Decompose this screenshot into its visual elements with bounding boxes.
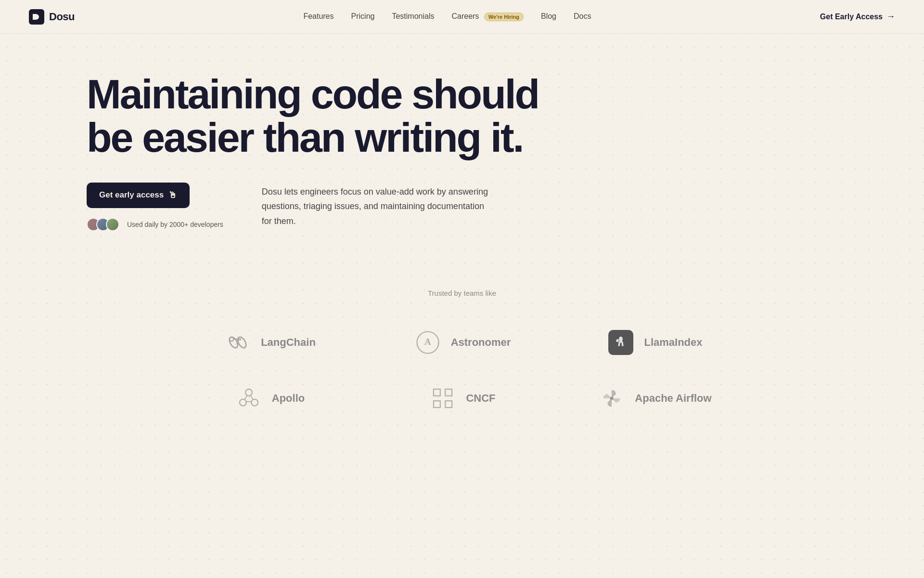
hero-section: Maintaining code should be easier than w…	[0, 34, 626, 260]
nav-item-pricing[interactable]: Pricing	[351, 12, 375, 21]
nav-link-blog[interactable]: Blog	[541, 12, 556, 20]
svg-point-10	[240, 399, 246, 406]
logo-item-cncf: CNCF	[366, 376, 558, 420]
svg-line-15	[250, 395, 253, 400]
svg-rect-18	[434, 401, 440, 407]
logos-grid: LangChain A Astronomer	[173, 320, 751, 420]
social-proof: Used daily by 2000+ developers	[87, 218, 223, 231]
dosu-logo-icon	[29, 9, 44, 25]
avatar-3	[106, 218, 119, 231]
hero-bottom: Get early access 🖱 Used daily by 2000+ d…	[87, 183, 597, 231]
trusted-label: Trusted by teams like	[29, 289, 895, 297]
nav-cta-label: Get Early Access	[820, 13, 883, 21]
langchain-icon-wrap	[223, 328, 252, 357]
svg-rect-16	[434, 389, 440, 396]
svg-rect-17	[446, 389, 452, 396]
astronomer-name: Astronomer	[451, 336, 511, 349]
svg-text:A: A	[424, 337, 431, 347]
nav-item-features[interactable]: Features	[303, 12, 334, 21]
airflow-icon-wrap	[597, 384, 626, 413]
cncf-icon	[430, 386, 455, 411]
nav-item-testimonials[interactable]: Testimonials	[392, 12, 434, 21]
llamaindex-icon-wrap	[606, 328, 635, 357]
logo-item-apollo: Apollo	[173, 376, 366, 420]
svg-point-9	[619, 336, 623, 341]
svg-point-11	[251, 399, 258, 406]
nav-link-features[interactable]: Features	[303, 12, 334, 20]
nav-item-careers[interactable]: Careers We're Hiring	[451, 12, 524, 21]
svg-point-12	[245, 389, 252, 396]
cursor-icon: 🖱	[168, 190, 177, 200]
astronomer-icon-wrap: A	[413, 328, 442, 357]
llamaindex-name: LlamaIndex	[644, 336, 702, 349]
logo-item-astronomer: A Astronomer	[366, 320, 558, 365]
llamaindex-icon	[608, 330, 633, 355]
svg-rect-19	[446, 401, 452, 407]
cta-button-label: Get early access	[99, 190, 164, 200]
logo-item-llamaindex: LlamaIndex	[558, 320, 751, 365]
nav-link-pricing[interactable]: Pricing	[351, 12, 375, 20]
nav-link-testimonials[interactable]: Testimonials	[392, 12, 434, 20]
apollo-icon	[236, 386, 261, 411]
apollo-icon-wrap	[234, 384, 263, 413]
logo-item-airflow: Apache Airflow	[558, 376, 751, 420]
brand-name: Dosu	[49, 11, 75, 23]
social-proof-text: Used daily by 2000+ developers	[127, 221, 223, 228]
nav-item-docs[interactable]: Docs	[574, 12, 591, 21]
cncf-name: CNCF	[466, 392, 495, 405]
cta-button[interactable]: Get early access 🖱	[87, 183, 190, 208]
svg-point-2	[236, 336, 248, 349]
apollo-name: Apollo	[272, 392, 305, 405]
hero-headline: Maintaining code should be easier than w…	[87, 72, 558, 159]
nav-link-careers[interactable]: Careers We're Hiring	[451, 12, 524, 20]
logo-item-langchain: LangChain	[173, 320, 366, 365]
airflow-name: Apache Airflow	[635, 392, 711, 405]
nav-item-blog[interactable]: Blog	[541, 12, 556, 21]
nav-link-docs[interactable]: Docs	[574, 12, 591, 20]
langchain-name: LangChain	[261, 336, 316, 349]
trusted-section: Trusted by teams like LangChain	[0, 260, 924, 440]
hiring-badge: We're Hiring	[484, 13, 524, 21]
airflow-icon	[599, 386, 624, 411]
svg-line-14	[244, 395, 247, 400]
nav-cta-arrow: →	[886, 12, 895, 22]
cncf-icon-wrap	[428, 384, 457, 413]
nav-cta-button[interactable]: Get Early Access →	[820, 12, 895, 22]
astronomer-icon: A	[415, 330, 440, 355]
hero-description: Dosu lets engineers focus on value-add w…	[262, 183, 493, 229]
nav-links-list: Features Pricing Testimonials Careers We…	[303, 12, 591, 21]
avatars-group	[87, 218, 116, 231]
hero-left-col: Get early access 🖱 Used daily by 2000+ d…	[87, 183, 223, 231]
logo-link[interactable]: Dosu	[29, 9, 75, 25]
main-nav: Dosu Features Pricing Testimonials Caree…	[0, 0, 924, 34]
langchain-icon	[225, 330, 250, 355]
svg-point-20	[610, 396, 614, 400]
